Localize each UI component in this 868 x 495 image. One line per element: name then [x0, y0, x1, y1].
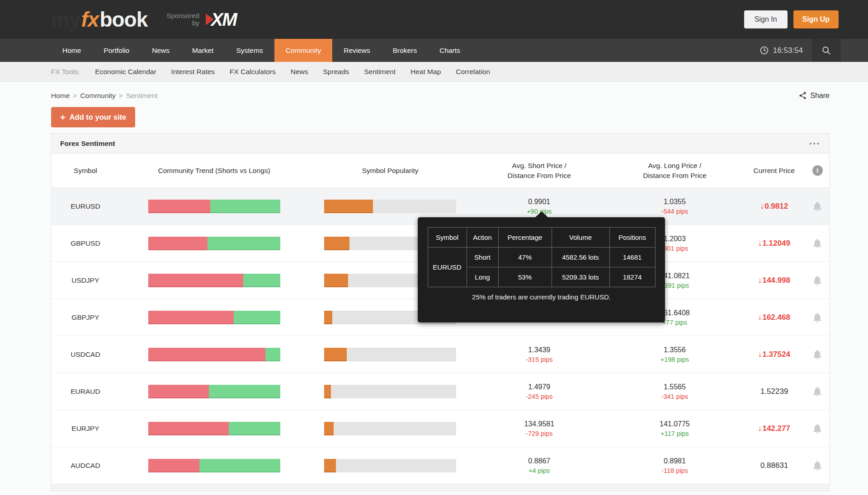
symbol-label: EURUSD [71, 202, 100, 210]
symbol-popularity-bar [324, 385, 456, 398]
header-avg-long-price: Avg. Long Price / Distance From Price [607, 161, 743, 181]
shorts-bar-segment [148, 311, 234, 324]
myfxbook-logo[interactable]: my fx book [51, 7, 147, 32]
shorts-bar-segment [148, 385, 209, 398]
table-row-usdcad[interactable]: USDCAD 1.3439 -315 pips 1.3556 +198 pips… [52, 336, 829, 373]
current-price: ↓ 0.9812 [760, 201, 788, 211]
alert-bell-icon[interactable] [811, 201, 823, 212]
community-trend-bar [148, 422, 280, 435]
alert-bell-icon[interactable] [811, 349, 823, 360]
popularity-fill [324, 311, 332, 324]
nav-item-community[interactable]: Community [274, 39, 332, 62]
fx-tools-bar: FX Tools: Economic CalendarInterest Rate… [0, 62, 868, 82]
avg-short-price: 0.9901 [528, 196, 550, 207]
short-distance-pips: -245 pips [526, 392, 553, 401]
header-avg-short-price: Avg. Short Price / Distance From Price [472, 161, 607, 181]
fx-tool-correlation[interactable]: Correlation [456, 68, 490, 76]
nav-item-reviews[interactable]: Reviews [332, 39, 382, 62]
logo-fx: fx [80, 7, 99, 32]
popularity-fill [324, 348, 347, 361]
short-distance-pips: +4 pips [528, 466, 550, 475]
fx-tool-news[interactable]: News [291, 68, 308, 76]
short-distance-pips: -729 pips [526, 429, 553, 438]
fx-tool-sentiment[interactable]: Sentiment [364, 68, 396, 76]
alert-bell-icon[interactable] [811, 423, 823, 434]
price-down-arrow-icon: ↓ [758, 313, 762, 322]
table-row-eurjpy[interactable]: EURJPY 134.9581 -729 pips 141.0775 +117 … [52, 410, 829, 447]
avg-short-price: 134.9581 [524, 419, 554, 429]
long-distance-pips: -118 pips [661, 466, 688, 475]
fx-tool-fx-calculators[interactable]: FX Calculators [230, 68, 276, 76]
short-distance-pips: -315 pips [526, 355, 553, 364]
symbol-label: EURAUD [71, 388, 100, 396]
main-nav-bar: HomePortfolioNewsMarketSystemsCommunityR… [0, 39, 868, 62]
alert-bell-icon[interactable] [811, 386, 823, 397]
alert-bell-icon[interactable] [811, 312, 823, 323]
nav-item-charts[interactable]: Charts [428, 39, 472, 62]
shorts-bar-segment [148, 422, 229, 435]
symbol-label: USDJPY [71, 276, 99, 285]
eurusd-sentiment-tooltip: Symbol Action Percentage Volume Position… [418, 217, 665, 322]
symbol-label: AUDCAD [71, 462, 100, 470]
symbol-popularity-bar [324, 348, 456, 361]
long-distance-pips: -341 pips [661, 392, 689, 401]
nav-item-news[interactable]: News [141, 39, 181, 62]
xm-logo[interactable]: XM [206, 9, 236, 30]
price-down-arrow-icon: ↓ [758, 238, 762, 248]
price-down-arrow-icon: ↓ [758, 276, 762, 285]
plus-icon: + [60, 114, 66, 121]
clock-icon [760, 46, 769, 55]
breadcrumb-home[interactable]: Home [51, 92, 70, 100]
share-button[interactable]: Share [798, 91, 830, 100]
current-price: ↓ 1.12049 [758, 238, 790, 248]
community-trend-bar [148, 311, 280, 324]
fx-tool-heat-map[interactable]: Heat Map [410, 68, 441, 76]
shorts-bar-segment [148, 274, 243, 287]
search-icon [821, 46, 831, 56]
fx-tool-spreads[interactable]: Spreads [323, 68, 349, 76]
nav-item-home[interactable]: Home [51, 39, 92, 62]
logo-book: book [99, 7, 147, 32]
alert-bell-icon[interactable] [811, 275, 823, 286]
long-distance-pips: +117 pips [660, 429, 689, 438]
nav-item-portfolio[interactable]: Portfolio [92, 39, 141, 62]
longs-bar-segment [265, 348, 280, 361]
share-icon [798, 91, 807, 100]
symbol-label: EURJPY [71, 425, 99, 433]
breadcrumb-community[interactable]: Community [80, 92, 115, 100]
search-button[interactable] [812, 39, 841, 62]
alert-bell-icon[interactable] [811, 238, 823, 249]
longs-bar-segment [199, 459, 280, 472]
add-to-your-site-button[interactable]: + Add to your site [51, 107, 135, 127]
sign-in-button[interactable]: Sign In [744, 10, 788, 28]
table-row-audcad[interactable]: AUDCAD 0.8867 +4 pips 0.8981 -118 pips 0… [52, 447, 829, 484]
nav-item-brokers[interactable]: Brokers [382, 39, 428, 62]
fx-tool-economic-calendar[interactable]: Economic Calendar [95, 68, 156, 76]
table-row-euraud[interactable]: EURAUD 1.4979 -245 pips 1.5565 -341 pips… [52, 373, 829, 410]
popularity-fill [324, 422, 333, 435]
nav-item-systems[interactable]: Systems [225, 39, 274, 62]
alert-bell-icon[interactable] [811, 460, 823, 472]
longs-bar-segment [243, 274, 280, 287]
info-icon[interactable]: i [812, 165, 823, 176]
long-distance-pips: +77 pips [662, 318, 687, 327]
long-distance-pips: -801 pips [661, 244, 689, 253]
sign-up-button[interactable]: Sign Up [793, 10, 839, 28]
panel-menu-button[interactable]: ••• [809, 141, 821, 146]
community-trend-bar [148, 459, 280, 472]
fx-tool-interest-rates[interactable]: Interest Rates [171, 68, 215, 76]
current-price: ↓ 144.998 [758, 276, 790, 285]
header-current-price: Current Price [742, 167, 806, 175]
avg-long-price: 1.3556 [664, 345, 686, 355]
main-nav: HomePortfolioNewsMarketSystemsCommunityR… [51, 39, 472, 62]
nav-item-market[interactable]: Market [181, 39, 225, 62]
symbol-label: USDCAD [71, 350, 100, 359]
breadcrumb-sentiment: Sentiment [126, 92, 158, 100]
header-symbol-popularity: Symbol Popularity [309, 167, 472, 175]
tooltip-arrow [535, 211, 548, 217]
price-down-arrow-icon: ↓ [758, 350, 762, 359]
tooltip-footer: 25% of traders are currently trading EUR… [418, 293, 665, 301]
shorts-bar-segment [148, 459, 200, 472]
clock-time: 16:53:54 [773, 46, 803, 55]
popularity-fill [324, 200, 373, 213]
